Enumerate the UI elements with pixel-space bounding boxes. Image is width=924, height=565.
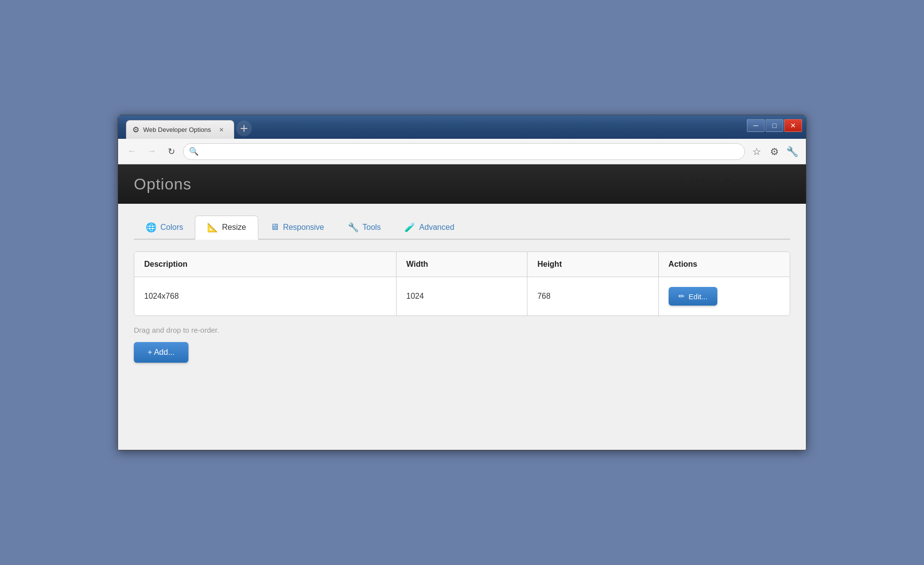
content-area: 🌐 Colors 📐 Resize 🖥 Responsive 🔧 Tools 🧪… [118,204,806,450]
close-button[interactable]: ✕ [784,119,802,132]
tabs-container: 🌐 Colors 📐 Resize 🖥 Responsive 🔧 Tools 🧪… [134,216,790,240]
tab-tools[interactable]: 🔧 Tools [336,216,393,240]
col-header-height: Height [527,252,658,277]
resize-icon: 📐 [207,222,218,233]
nav-bar: ← → ↻ 🔍 ☆ ⚙ 🔧 [118,139,806,164]
minimize-button[interactable]: ─ [747,119,765,132]
page-header: Options ⚙ Web Developer [118,164,806,204]
add-button-label: + Add... [148,348,175,357]
tools-icon: 🔧 [348,222,359,233]
brand-gear-icon: ⚙ [676,177,687,192]
tab-gear-icon: ⚙ [132,125,139,134]
col-header-description: Description [134,252,397,277]
tools-button[interactable]: 🔧 [784,144,800,159]
tab-colors[interactable]: 🌐 Colors [134,216,195,240]
nav-right-icons: ☆ ⚙ 🔧 [749,144,800,159]
data-table: Description Width Height Actions 1024x76… [134,251,790,316]
col-header-width: Width [397,252,527,277]
cell-description: 1024x768 [134,277,397,315]
tab-title: Web Developer Options [143,126,211,133]
page-title: Options [134,175,191,193]
edit-button[interactable]: ✏ Edit... [669,287,717,306]
tab-area: ⚙ Web Developer Options ✕ [122,120,802,139]
add-button[interactable]: + Add... [134,342,188,363]
col-header-actions: Actions [659,252,790,277]
tab-advanced-label: Advanced [419,223,454,232]
back-button[interactable]: ← [124,144,140,159]
advanced-icon: 🧪 [404,222,415,233]
colors-icon: 🌐 [146,222,156,233]
browser-tab[interactable]: ⚙ Web Developer Options ✕ [126,120,234,139]
address-bar-wrap: 🔍 [183,143,745,160]
table-header-row: Description Width Height Actions [134,252,790,277]
tab-resize[interactable]: 📐 Resize [195,216,258,240]
tab-responsive-label: Responsive [283,223,324,232]
tab-close-button[interactable]: ✕ [217,126,226,134]
tab-advanced[interactable]: 🧪 Advanced [393,216,466,240]
new-tab-button[interactable] [236,121,252,136]
forward-button[interactable]: → [144,144,159,159]
tab-resize-label: Resize [222,223,246,232]
tab-tools-label: Tools [363,223,381,232]
settings-button[interactable]: ⚙ [767,144,782,159]
table-row: 1024x768 1024 768 ✏ Edit... [134,277,790,315]
window-controls: ─ □ ✕ [747,119,802,132]
edit-icon: ✏ [678,292,685,301]
reload-button[interactable]: ↻ [163,144,179,159]
cell-actions: ✏ Edit... [659,277,790,315]
browser-window: ⚙ Web Developer Options ✕ ─ □ ✕ ← → ↻ 🔍 … [118,115,806,450]
title-bar: ⚙ Web Developer Options ✕ ─ □ ✕ [118,115,806,139]
tab-colors-label: Colors [160,223,183,232]
cell-height: 768 [527,277,658,315]
cell-width: 1024 [397,277,527,315]
responsive-icon: 🖥 [270,222,279,232]
restore-button[interactable]: □ [766,119,783,132]
edit-label: Edit... [689,292,708,301]
brand-name: Web Developer [691,176,790,192]
address-input[interactable] [183,143,745,160]
drag-hint: Drag and drop to re-order. [134,326,790,334]
bookmark-button[interactable]: ☆ [749,144,765,159]
brand-label: ⚙ Web Developer [676,176,790,192]
tab-responsive[interactable]: 🖥 Responsive [258,216,336,240]
